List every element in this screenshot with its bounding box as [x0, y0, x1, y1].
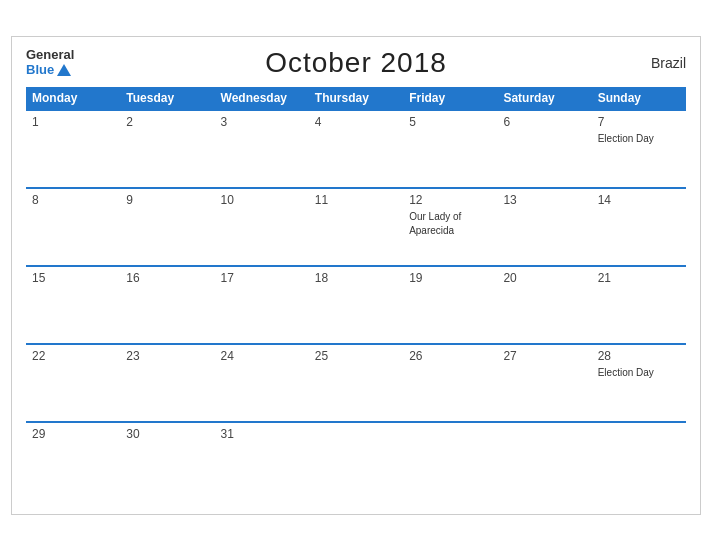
logo-blue-text: Blue [26, 63, 74, 77]
day-number: 15 [32, 271, 114, 285]
calendar-week-row: 1234567Election Day [26, 110, 686, 188]
logo-blue-label: Blue [26, 63, 54, 77]
day-number: 3 [221, 115, 303, 129]
day-number: 18 [315, 271, 397, 285]
day-number: 21 [598, 271, 680, 285]
day-number: 29 [32, 427, 114, 441]
day-number: 11 [315, 193, 397, 207]
day-number: 10 [221, 193, 303, 207]
calendar-week-row: 15161718192021 [26, 266, 686, 344]
logo-general-text: General [26, 48, 74, 62]
day-number: 6 [503, 115, 585, 129]
calendar-day-cell: 1 [26, 110, 120, 188]
calendar-day-cell: 11 [309, 188, 403, 266]
calendar-day-cell: 26 [403, 344, 497, 422]
calendar-week-row: 293031 [26, 422, 686, 500]
calendar-day-cell: 29 [26, 422, 120, 500]
logo-triangle-icon [57, 64, 71, 76]
header-saturday: Saturday [497, 87, 591, 110]
calendar-day-cell: 10 [215, 188, 309, 266]
day-number: 9 [126, 193, 208, 207]
calendar-body: 1234567Election Day89101112Our Lady of A… [26, 110, 686, 500]
calendar-day-cell: 7Election Day [592, 110, 686, 188]
calendar-container: General Blue October 2018 Brazil Monday … [11, 36, 701, 515]
calendar-day-cell [309, 422, 403, 500]
calendar-day-cell: 3 [215, 110, 309, 188]
calendar-grid: Monday Tuesday Wednesday Thursday Friday… [26, 87, 686, 500]
calendar-day-cell: 27 [497, 344, 591, 422]
day-number: 4 [315, 115, 397, 129]
calendar-day-cell [403, 422, 497, 500]
calendar-day-cell: 21 [592, 266, 686, 344]
day-number: 30 [126, 427, 208, 441]
day-number: 5 [409, 115, 491, 129]
weekday-header-row: Monday Tuesday Wednesday Thursday Friday… [26, 87, 686, 110]
day-event: Election Day [598, 367, 654, 378]
calendar-day-cell: 15 [26, 266, 120, 344]
calendar-day-cell: 2 [120, 110, 214, 188]
calendar-day-cell: 6 [497, 110, 591, 188]
day-number: 27 [503, 349, 585, 363]
calendar-day-cell: 16 [120, 266, 214, 344]
calendar-week-row: 89101112Our Lady of Aparecida1314 [26, 188, 686, 266]
day-number: 12 [409, 193, 491, 207]
calendar-day-cell: 14 [592, 188, 686, 266]
day-number: 19 [409, 271, 491, 285]
calendar-day-cell: 13 [497, 188, 591, 266]
calendar-day-cell: 25 [309, 344, 403, 422]
calendar-day-cell: 22 [26, 344, 120, 422]
calendar-day-cell [592, 422, 686, 500]
day-number: 28 [598, 349, 680, 363]
day-number: 23 [126, 349, 208, 363]
header-sunday: Sunday [592, 87, 686, 110]
day-number: 2 [126, 115, 208, 129]
day-number: 16 [126, 271, 208, 285]
calendar-day-cell [497, 422, 591, 500]
day-number: 17 [221, 271, 303, 285]
calendar-title: October 2018 [265, 47, 447, 79]
calendar-country: Brazil [651, 55, 686, 71]
day-number: 14 [598, 193, 680, 207]
day-event: Election Day [598, 133, 654, 144]
day-number: 8 [32, 193, 114, 207]
calendar-day-cell: 30 [120, 422, 214, 500]
calendar-day-cell: 28Election Day [592, 344, 686, 422]
calendar-day-cell: 17 [215, 266, 309, 344]
day-number: 31 [221, 427, 303, 441]
day-number: 24 [221, 349, 303, 363]
day-number: 13 [503, 193, 585, 207]
header-thursday: Thursday [309, 87, 403, 110]
calendar-day-cell: 4 [309, 110, 403, 188]
day-number: 20 [503, 271, 585, 285]
day-number: 25 [315, 349, 397, 363]
header-monday: Monday [26, 87, 120, 110]
calendar-day-cell: 24 [215, 344, 309, 422]
header-friday: Friday [403, 87, 497, 110]
calendar-day-cell: 8 [26, 188, 120, 266]
calendar-day-cell: 18 [309, 266, 403, 344]
day-number: 26 [409, 349, 491, 363]
calendar-day-cell: 31 [215, 422, 309, 500]
calendar-header: General Blue October 2018 Brazil [26, 47, 686, 79]
calendar-day-cell: 20 [497, 266, 591, 344]
calendar-day-cell: 19 [403, 266, 497, 344]
header-tuesday: Tuesday [120, 87, 214, 110]
day-number: 1 [32, 115, 114, 129]
calendar-day-cell: 12Our Lady of Aparecida [403, 188, 497, 266]
day-number: 7 [598, 115, 680, 129]
calendar-day-cell: 5 [403, 110, 497, 188]
calendar-week-row: 22232425262728Election Day [26, 344, 686, 422]
day-event: Our Lady of Aparecida [409, 211, 461, 236]
logo: General Blue [26, 48, 74, 77]
day-number: 22 [32, 349, 114, 363]
header-wednesday: Wednesday [215, 87, 309, 110]
calendar-day-cell: 23 [120, 344, 214, 422]
calendar-day-cell: 9 [120, 188, 214, 266]
